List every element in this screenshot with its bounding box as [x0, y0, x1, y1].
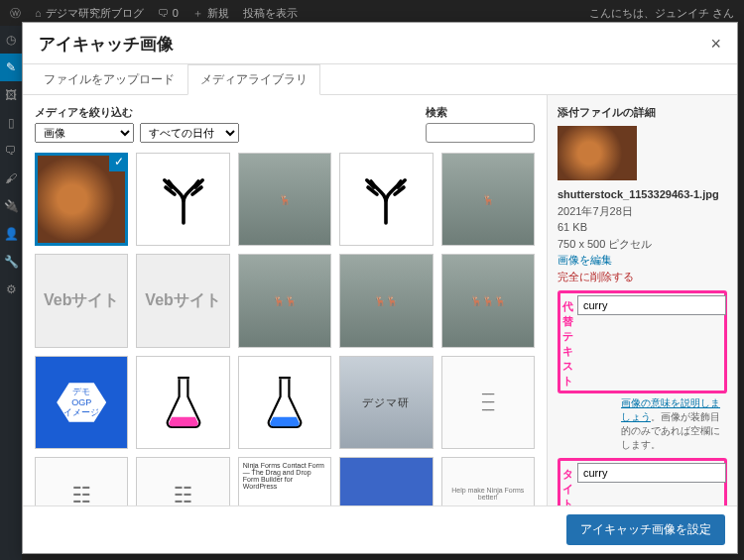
comments-icon[interactable]: 🗨 — [0, 137, 22, 165]
title-row: タイトル — [558, 458, 727, 505]
plus-icon: ＋ — [192, 6, 203, 21]
search-input[interactable] — [426, 123, 535, 143]
plugins-icon[interactable]: 🔌 — [0, 192, 22, 220]
home-icon: ⌂ — [35, 7, 42, 19]
admin-sidebar: ◷ ✎ 🖾 ▯ 🗨 🖌 🔌 👤 🔧 ⚙ — [0, 26, 22, 560]
filter-heading: メディアを絞り込む — [35, 105, 239, 120]
attachment-details: 添付ファイルの詳細 shutterstock_1153329463-1.jpg … — [547, 95, 737, 505]
tools-icon[interactable]: 🔧 — [0, 248, 22, 276]
modal-footer: アイキャッチ画像を設定 — [23, 505, 737, 553]
media-modal: アイキャッチ画像 × ファイルをアップロード メディアライブラリ メディアを絞り… — [22, 22, 738, 554]
filter-date-select[interactable]: すべての日付 — [140, 123, 239, 143]
appearance-icon[interactable]: 🖌 — [0, 165, 22, 192]
attachments-grid: ✓ 🦌 🦌 Vebサイト Vebサイト 🦌🦌 🦌🦌 🦌🦌🦌 デモOGPイメージ … — [35, 153, 535, 505]
alt-hint: 画像の意味を説明しましょう。画像が装飾目的のみであれば空欄にします。 — [558, 396, 727, 452]
attachment-thumb[interactable] — [136, 153, 229, 246]
filter-type-select[interactable]: 画像 — [35, 123, 134, 143]
new-link[interactable]: ＋新規 — [192, 6, 229, 21]
edit-image-link[interactable]: 画像を編集 — [558, 252, 727, 269]
attachment-thumb[interactable]: Vebサイト — [136, 254, 229, 347]
meta-dimensions: 750 x 500 ピクセル — [558, 236, 727, 253]
modal-title: アイキャッチ画像 — [39, 33, 174, 56]
check-icon: ✓ — [109, 153, 128, 171]
media-icon[interactable]: 🖾 — [0, 81, 22, 109]
details-thumbnail — [558, 126, 637, 180]
search-label: 検索 — [426, 105, 535, 120]
attachment-thumb[interactable] — [339, 153, 433, 246]
attachment-thumb[interactable]: 🦌 — [441, 153, 535, 246]
details-heading: 添付ファイルの詳細 — [558, 105, 727, 120]
main-panel: メディアを絞り込む 画像 すべての日付 検索 ✓ 🦌 🦌 — [23, 95, 547, 505]
attachment-thumb[interactable]: ━━━━━━━━━ — [441, 356, 535, 449]
attachment-thumb[interactable] — [339, 457, 433, 505]
delete-link[interactable]: 完全に削除する — [558, 269, 727, 285]
alt-label: 代替テキスト — [562, 295, 573, 389]
view-posts-link[interactable]: 投稿を表示 — [243, 6, 298, 21]
attachment-thumb[interactable]: ✓ — [35, 153, 128, 246]
site-link[interactable]: ⌂デジマ研究所ブログ — [35, 6, 144, 21]
attachment-thumb[interactable]: 🦌🦌🦌 — [441, 254, 535, 347]
posts-icon[interactable]: ✎ — [0, 54, 22, 81]
modal-header: アイキャッチ画像 × — [23, 23, 737, 64]
title-label: タイトル — [562, 463, 573, 505]
attachment-thumb[interactable]: デジマ研 — [339, 356, 433, 449]
attachment-thumb[interactable]: 🦌 — [238, 153, 331, 246]
attachment-thumb[interactable] — [136, 356, 229, 449]
close-icon[interactable]: × — [710, 34, 721, 55]
title-input[interactable] — [577, 463, 726, 483]
meta-size: 61 KB — [558, 219, 727, 236]
alt-text-row: 代替テキスト — [558, 290, 727, 393]
attachment-thumb[interactable]: デモOGPイメージ — [35, 356, 128, 449]
greeting[interactable]: こんにちは、ジュンイチ さん — [589, 6, 734, 21]
comment-icon: 🗨 — [158, 7, 169, 19]
attachment-thumb[interactable] — [238, 356, 331, 449]
meta-filename: shutterstock_1153329463-1.jpg — [558, 186, 727, 203]
attachment-thumb[interactable]: Ninja Forms Contact Form — The Drag and … — [238, 457, 331, 505]
attachment-thumb[interactable]: 🦌🦌 — [339, 254, 433, 347]
attachment-thumb[interactable]: ▬ ▬▬ ▬▬ ▬ — [35, 457, 128, 505]
modal-tabs: ファイルをアップロード メディアライブラリ — [23, 63, 737, 95]
wp-logo-icon[interactable]: ⓦ — [10, 6, 21, 21]
attachment-thumb[interactable]: 🦌🦌 — [238, 254, 331, 347]
attachment-thumb[interactable]: ▬ ▬▬ ▬▬ ▬ — [136, 457, 229, 505]
set-featured-button[interactable]: アイキャッチ画像を設定 — [566, 514, 725, 545]
attachment-thumb[interactable]: Help make Ninja Forms better! — [441, 457, 535, 505]
comments-link[interactable]: 🗨0 — [158, 7, 179, 19]
tab-library[interactable]: メディアライブラリ — [187, 64, 320, 95]
users-icon[interactable]: 👤 — [0, 220, 22, 248]
attachment-thumb[interactable]: Vebサイト — [35, 254, 128, 347]
settings-icon[interactable]: ⚙ — [0, 276, 22, 303]
attachment-meta: shutterstock_1153329463-1.jpg 2021年7月28日… — [558, 186, 727, 284]
alt-text-input[interactable] — [577, 295, 726, 315]
dashboard-icon[interactable]: ◷ — [0, 26, 22, 54]
tab-upload[interactable]: ファイルをアップロード — [31, 64, 187, 95]
pages-icon[interactable]: ▯ — [0, 109, 22, 137]
meta-date: 2021年7月28日 — [558, 203, 727, 220]
